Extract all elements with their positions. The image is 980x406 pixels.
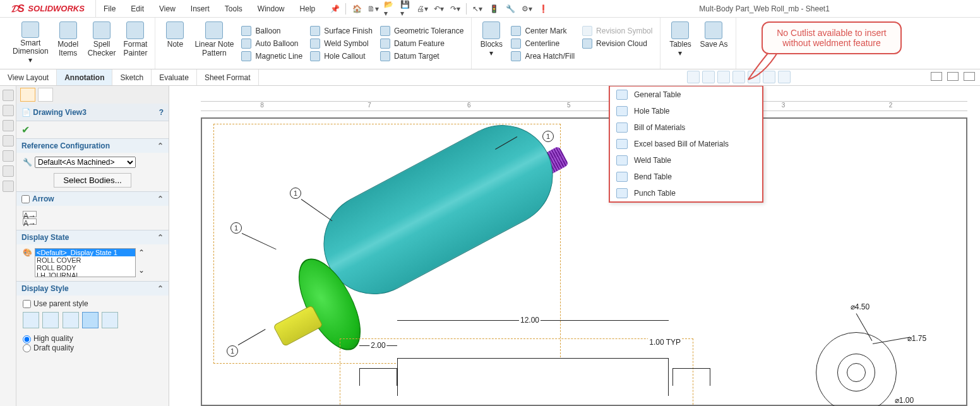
chevron-up-icon[interactable]: ⌃ [157, 194, 164, 203]
prev-view-icon[interactable] [717, 71, 730, 83]
linear-note-pattern-button[interactable]: Linear Note Pattern [191, 19, 237, 68]
scroll-up-icon[interactable]: ⌃ [138, 248, 145, 257]
tab-sketch[interactable]: Sketch [112, 69, 152, 85]
print-icon[interactable]: 🖨▾ [417, 3, 428, 15]
drawing-view-front[interactable]: ⌀4.50 ⌀1.75 ⌀1.00 [778, 326, 942, 406]
open-icon[interactable]: 📂▾ [384, 3, 395, 15]
config-select[interactable]: Default<As Machined> [35, 157, 136, 168]
auto-balloon-button[interactable]: Auto Balloon [237, 37, 306, 50]
rail-view-palette-icon[interactable] [3, 135, 14, 146]
zoom-area-icon[interactable] [702, 71, 715, 83]
undo-icon[interactable]: ↶▾ [433, 3, 445, 15]
minimize-window-icon[interactable] [931, 72, 942, 81]
menu-help[interactable]: Help [292, 0, 323, 18]
select-icon[interactable]: ↖▾ [472, 3, 483, 15]
menu-punch-table[interactable]: Punch Table [610, 185, 762, 201]
restore-window-icon[interactable] [947, 72, 959, 81]
style-shaded-edges-button[interactable] [82, 312, 99, 328]
draft-quality-label[interactable]: Draft quality [23, 343, 74, 352]
revision-symbol-button[interactable]: Revision Symbol [578, 25, 656, 37]
high-quality-radio[interactable] [23, 335, 31, 343]
surface-finish-button[interactable]: Surface Finish [306, 25, 376, 37]
traffic-icon[interactable]: 🚦 [488, 3, 499, 15]
chevron-up-icon[interactable]: ⌃ [157, 233, 164, 242]
property-tab[interactable] [38, 88, 53, 102]
format-painter-button[interactable]: Format Painter [119, 19, 151, 68]
smart-dimension-button[interactable]: Smart Dimension▾ [9, 19, 52, 68]
chevron-up-icon[interactable]: ⌃ [157, 141, 164, 150]
use-parent-label[interactable]: Use parent style [23, 299, 88, 308]
center-mark-button[interactable]: Center Mark [507, 25, 578, 37]
tab-evaluate[interactable]: Evaluate [152, 69, 197, 85]
magnetic-line-button[interactable]: Magnetic Line [237, 50, 306, 63]
select-bodies-button[interactable]: Select Bodies... [54, 173, 131, 188]
redo-icon[interactable]: ↷▾ [450, 3, 461, 15]
note-button[interactable]: Note [159, 19, 191, 68]
tab-annotation[interactable]: Annotation [57, 69, 112, 85]
balloon[interactable]: 1 [230, 222, 242, 234]
menu-weld-table[interactable]: Weld Table [610, 152, 762, 169]
use-parent-checkbox[interactable] [23, 300, 31, 308]
new-icon[interactable]: 🗎▾ [368, 3, 379, 15]
list-item[interactable]: ROLL BODY [35, 264, 135, 272]
menu-excel-bom[interactable]: Excel based Bill of Materials [610, 136, 762, 152]
balloon-button[interactable]: Balloon [237, 25, 306, 37]
scroll-down-icon[interactable]: ⌄ [138, 266, 145, 275]
rail-file-explorer-icon[interactable] [3, 120, 14, 131]
arrow-checkbox[interactable] [21, 195, 30, 203]
area-hatch-button[interactable]: Area Hatch/Fill [507, 50, 578, 63]
menu-hole-table[interactable]: Hole Table [610, 103, 762, 119]
model-items-button[interactable]: Model Items [52, 19, 84, 68]
datum-feature-button[interactable]: Datum Feature [376, 37, 468, 50]
spell-checker-button[interactable]: Spell Checker [84, 19, 120, 68]
blocks-button[interactable]: Blocks▾ [475, 19, 507, 68]
menu-view[interactable]: View [152, 0, 183, 18]
menu-tools[interactable]: Tools [217, 0, 250, 18]
tables-button[interactable]: Tables▾ [664, 19, 696, 68]
menu-insert[interactable]: Insert [183, 0, 217, 18]
menu-file[interactable]: File [96, 0, 123, 18]
tab-view-layout[interactable]: View Layout [0, 69, 57, 85]
style-wireframe-button[interactable] [23, 312, 39, 328]
home-icon[interactable]: 🏠 [351, 3, 362, 15]
revision-cloud-button[interactable]: Revision Cloud [578, 37, 656, 50]
save-as-button[interactable]: Save As [696, 19, 731, 68]
help-icon[interactable]: ? [159, 108, 164, 117]
list-item[interactable]: <Default>_Display State 1 [35, 249, 135, 256]
balloon[interactable]: 1 [542, 131, 554, 142]
graphics-area[interactable]: 8 7 6 5 4 3 2 1 1 1 1 12.00 [169, 86, 980, 406]
close-window-icon[interactable] [964, 72, 975, 81]
balloon[interactable]: 1 [227, 345, 238, 357]
alert-icon[interactable]: ❗ [537, 3, 549, 15]
tab-sheet-format[interactable]: Sheet Format [197, 69, 259, 85]
rail-appearances-icon[interactable] [3, 150, 14, 162]
high-quality-label[interactable]: High quality [23, 334, 73, 343]
save-icon[interactable]: 💾▾ [400, 3, 412, 15]
rail-design-library-icon[interactable] [3, 105, 14, 116]
rail-forum-icon[interactable] [3, 181, 14, 192]
list-item[interactable]: LH JOURNAL [35, 272, 135, 277]
feature-tree-tab[interactable] [20, 88, 35, 102]
balloon[interactable]: 1 [290, 188, 301, 199]
drawing-view-iso[interactable]: 1 1 1 1 [213, 124, 561, 364]
menu-edit[interactable]: Edit [123, 0, 152, 18]
rebuild-icon[interactable]: 🔧 [505, 3, 516, 15]
rail-resources-icon[interactable] [3, 90, 14, 101]
ok-icon[interactable]: ✔ [21, 124, 30, 135]
style-hidden-removed-button[interactable] [63, 312, 79, 328]
menu-general-table[interactable]: General Table [610, 87, 762, 103]
geometric-tolerance-button[interactable]: Geometric Tolerance [376, 25, 468, 37]
menu-bend-table[interactable]: Bend Table [610, 169, 762, 185]
list-item[interactable]: ROLL COVER [35, 256, 135, 264]
display-state-list[interactable]: <Default>_Display State 1 ROLL COVER ROL… [35, 248, 136, 277]
style-hidden-visible-button[interactable] [42, 312, 59, 328]
menu-window[interactable]: Window [250, 0, 292, 18]
zoom-to-fit-icon[interactable] [687, 71, 700, 83]
weld-symbol-button[interactable]: Weld Symbol [306, 37, 376, 50]
centerline-button[interactable]: Centerline [507, 37, 578, 50]
style-shaded-button[interactable] [102, 312, 118, 328]
section-view-icon[interactable] [732, 71, 745, 83]
rail-custom-props-icon[interactable] [3, 165, 14, 177]
menu-bom[interactable]: Bill of Materials [610, 119, 762, 136]
draft-quality-radio[interactable] [23, 344, 31, 352]
